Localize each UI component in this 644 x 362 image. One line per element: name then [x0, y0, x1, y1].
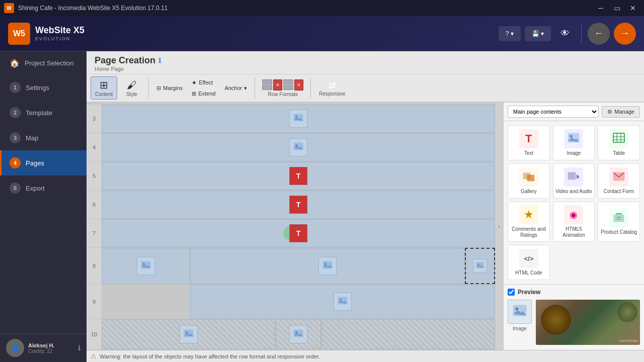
- panel-item-text[interactable]: T Text: [508, 125, 550, 160]
- preview-button[interactable]: 👁: [555, 24, 575, 44]
- canvas-container[interactable]: 3 4: [87, 103, 495, 350]
- help-button[interactable]: ? ▾: [499, 26, 521, 41]
- avatar: 👤: [6, 339, 24, 357]
- image-label: Image: [567, 150, 581, 156]
- content-icon: ⊞: [100, 79, 108, 91]
- svg-rect-30: [614, 215, 624, 222]
- row-cell-3[interactable]: [102, 105, 495, 133]
- back-button[interactable]: ←: [588, 23, 610, 45]
- html5-panel-icon: ◉: [564, 205, 583, 224]
- table-row: 9: [87, 285, 495, 319]
- panel-item-image[interactable]: Image: [553, 125, 595, 160]
- page-contents-dropdown[interactable]: Main page contents: [508, 106, 599, 118]
- preview-header: Preview: [508, 289, 640, 296]
- panel-item-video-audio[interactable]: Video and Audio: [553, 163, 595, 199]
- row-cell-10c[interactable]: [321, 319, 495, 349]
- contact-form-label: Contact Form: [604, 189, 634, 195]
- header-actions: ? ▾ 💾 ▾ 👁 ← →: [499, 23, 636, 45]
- panel-item-table[interactable]: Table: [598, 125, 640, 160]
- row-number: 4: [87, 133, 102, 161]
- collapse-panel-button[interactable]: ‹: [495, 103, 503, 350]
- row-format-delete[interactable]: ✕: [273, 79, 282, 90]
- row-format-delete-2[interactable]: ✕: [294, 79, 303, 90]
- forward-button[interactable]: →: [614, 23, 636, 45]
- logo-area: W5 WebSite X5 EVOLUTION: [8, 23, 499, 45]
- content-button[interactable]: ⊞ Content: [91, 76, 117, 100]
- header-divider: [581, 24, 582, 44]
- close-button[interactable]: ✕: [626, 3, 640, 13]
- toolbar: ⊞ Content 🖌 Style ⊟ Margins ★ Effect ⊞ E…: [87, 74, 644, 103]
- row-format-btn-4[interactable]: [283, 85, 293, 90]
- responsive-icon: ⇄: [329, 80, 336, 91]
- row-cell-6[interactable]: T: [102, 191, 495, 219]
- toolbar-separator-2: [255, 78, 255, 98]
- image-panel-icon: [564, 129, 583, 148]
- minimize-button[interactable]: ─: [594, 3, 608, 13]
- row-cell-4[interactable]: [102, 133, 495, 161]
- row-format-btn-3[interactable]: [283, 79, 293, 84]
- sidebar-item-template[interactable]: 2 Template: [0, 100, 87, 125]
- gallery-panel-icon: [519, 167, 538, 187]
- responsive-btn[interactable]: ⇄ Responsive: [315, 78, 349, 99]
- product-catalog-label: Product Catalog: [601, 229, 637, 235]
- sidebar-item-map[interactable]: 3 Map: [0, 125, 87, 150]
- panel-item-comments-ratings[interactable]: ★ Comments and Ratings: [508, 202, 550, 242]
- row-number: 9: [87, 285, 102, 319]
- row-cell-10a[interactable]: [102, 319, 275, 349]
- logo-sub: EVOLUTION: [35, 36, 85, 42]
- manage-button[interactable]: ⚙ Manage: [602, 106, 640, 118]
- style-button[interactable]: 🖌 Style: [119, 77, 144, 100]
- maximize-button[interactable]: ▭: [610, 3, 624, 13]
- margins-button[interactable]: ⊟ Margins: [153, 83, 186, 94]
- username: Aleksej H.: [28, 342, 55, 348]
- panel-item-gallery[interactable]: Gallery: [508, 163, 550, 199]
- sidebar-item-project-selection[interactable]: 🏠 Project Selection: [0, 51, 87, 75]
- row-format-btn-2[interactable]: [262, 85, 272, 90]
- logo-text: WebSite X5 EVOLUTION: [35, 25, 85, 41]
- table-row: 7 T: [87, 219, 495, 247]
- row-cell-8a[interactable]: [102, 248, 190, 284]
- user-credits: Credits: 22: [28, 348, 55, 354]
- table-row: 5 T: [87, 162, 495, 190]
- effect-button[interactable]: ★ Effect: [188, 77, 219, 88]
- svg-point-34: [515, 307, 518, 310]
- row-number: 8: [87, 248, 102, 284]
- panel-item-product-catalog[interactable]: Product Catalog: [598, 202, 640, 242]
- row-cell-8b[interactable]: [190, 248, 464, 284]
- row-cell-7[interactable]: T: [102, 219, 495, 247]
- row-formats-label: Row Formats: [268, 92, 298, 97]
- user-info: Aleksej H. Credits: 22: [28, 342, 55, 354]
- row-format-btn-1[interactable]: [262, 79, 272, 84]
- right-panel: Main page contents ⚙ Manage T Text: [503, 103, 644, 350]
- sidebar-item-pages[interactable]: 4 Pages: [0, 150, 87, 175]
- panel-item-contact-form[interactable]: Contact Form: [598, 163, 640, 199]
- table-row: 10: [87, 319, 495, 349]
- image-cell-icon: [318, 257, 337, 275]
- panel-item-html5-animation[interactable]: ◉ HTML5 Animation: [553, 202, 595, 242]
- row-number: 3: [87, 105, 102, 133]
- info-icon[interactable]: ℹ: [78, 344, 80, 352]
- row-cell-9[interactable]: [190, 285, 495, 319]
- preview-section: Preview Image: [504, 284, 644, 349]
- preview-item-label: Image: [513, 326, 527, 331]
- table-row: 6 T: [87, 191, 495, 219]
- extend-button[interactable]: ⊞ Extend: [188, 88, 219, 99]
- save-button[interactable]: 💾 ▾: [525, 26, 551, 41]
- main-layout: 🏠 Project Selection 1 Settings 2 Templat…: [0, 51, 644, 362]
- row-cell-8c[interactable]: [465, 248, 495, 284]
- panel-item-html-code[interactable]: </> HTML Code: [508, 245, 550, 280]
- row-cell-5[interactable]: T: [102, 162, 495, 190]
- editor-area: 3 4: [87, 103, 644, 350]
- svg-rect-26: [527, 175, 534, 181]
- image-cell-icon: [289, 138, 307, 156]
- anchor-button[interactable]: Anchor ▾: [221, 83, 251, 94]
- margins-icon: ⊟: [156, 85, 161, 92]
- row-formats-group: ✕ ✕ Row Formats: [259, 78, 306, 98]
- home-icon: 🏠: [10, 58, 20, 68]
- sidebar-item-settings[interactable]: 1 Settings: [0, 75, 87, 100]
- status-message: Warning: the layout of the objects may h…: [100, 353, 320, 359]
- preview-checkbox[interactable]: [508, 289, 515, 296]
- sidebar-item-export[interactable]: 5 Export: [0, 175, 87, 201]
- image-cell-icon: [137, 257, 155, 275]
- row-cell-10b[interactable]: [276, 319, 321, 349]
